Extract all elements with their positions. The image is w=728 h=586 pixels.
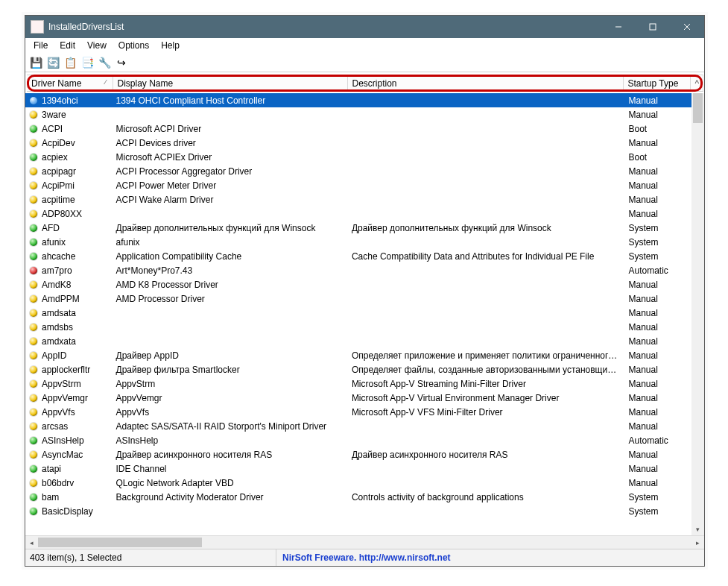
table-row[interactable]: ACPIMicrosoft ACPI DriverBoot: [25, 122, 704, 136]
scroll-right-icon[interactable]: ▸: [691, 536, 704, 549]
refresh-icon[interactable]: 🔄: [45, 54, 61, 71]
table-row[interactable]: amdsataManual: [25, 306, 704, 320]
scroll-down-icon[interactable]: ▾: [691, 523, 704, 535]
copy-icon[interactable]: 📋: [62, 54, 78, 71]
cell-description: [347, 277, 624, 292]
table-row[interactable]: AppvVfsAppvVfsMicrosoft App-V VFS Mini-F…: [25, 405, 704, 419]
cell-display-name: Драйвер дополнительных функций для Winso…: [112, 221, 347, 235]
col-startup-type[interactable]: Startup Type: [623, 75, 690, 92]
cell-driver-name: applockerfltr: [25, 362, 112, 377]
table-row[interactable]: acpipagrACPI Processor Aggregator Driver…: [25, 164, 704, 178]
table-row[interactable]: am7proArt*Money*Pro7.43Automatic: [25, 263, 704, 277]
table-row[interactable]: acpiexMicrosoft ACPIEx DriverBoot: [25, 150, 704, 164]
menu-edit[interactable]: Edit: [54, 40, 80, 51]
maximize-button[interactable]: [636, 16, 670, 38]
table-row[interactable]: AsyncMacДрайвер асинхронного носителя RA…: [25, 447, 704, 461]
col-description[interactable]: Description: [347, 75, 623, 92]
cell-driver-name: AcpiDev: [25, 136, 112, 150]
menu-file[interactable]: File: [28, 40, 53, 51]
sort-indicator-icon: ⁄: [105, 78, 107, 86]
menu-view[interactable]: View: [82, 40, 112, 51]
menu-help[interactable]: Help: [156, 40, 185, 51]
horizontal-scrollbar[interactable]: ◂ ▸: [25, 535, 704, 549]
horizontal-scroll-thumb[interactable]: [38, 538, 202, 547]
table-row[interactable]: BasicDisplaySystem: [25, 504, 704, 518]
table-row[interactable]: AmdPPMAMD Processor DriverManual: [25, 292, 704, 306]
header-scroll-up-icon[interactable]: ^: [690, 75, 703, 92]
cell-startup-type: Manual: [624, 461, 691, 476]
properties-icon[interactable]: 📑: [79, 54, 95, 71]
table-row[interactable]: AFDДрайвер дополнительных функций для Wi…: [25, 221, 704, 235]
col-driver-name[interactable]: Driver Name ⁄: [27, 75, 113, 92]
cell-description: [347, 150, 624, 164]
cell-driver-name: 3ware: [25, 107, 112, 122]
table-row[interactable]: AppIDДрайвер AppIDОпределяет приложение …: [25, 348, 704, 362]
cell-description: Microsoft App-V Streaming Mini-Filter Dr…: [347, 377, 624, 391]
driver-name-text: ADP80XX: [42, 209, 82, 219]
cell-startup-type: System: [624, 221, 691, 235]
options-icon[interactable]: 🔧: [96, 54, 113, 71]
cell-display-name: Драйвер асинхронного носителя RAS: [112, 447, 347, 461]
table-row[interactable]: amdxataManual: [25, 334, 704, 348]
table-row[interactable]: amdsbsManual: [25, 320, 704, 334]
table-row[interactable]: AcpiPmiACPI Power Meter DriverManual: [25, 178, 704, 192]
table-row[interactable]: afunixafunixSystem: [25, 235, 704, 249]
cell-startup-type: Manual: [624, 277, 691, 292]
table-row[interactable]: AmdK8AMD K8 Processor DriverManual: [25, 277, 704, 292]
scroll-left-icon[interactable]: ◂: [25, 536, 38, 549]
table-row[interactable]: b06bdrvQLogic Network Adapter VBDManual: [25, 476, 704, 490]
col-display-name[interactable]: Display Name: [113, 75, 347, 92]
status-orb-icon: [30, 111, 37, 119]
table-row[interactable]: applockerfltrДрайвер фильтра Smartlocker…: [25, 362, 704, 377]
cell-description: [347, 93, 624, 107]
table-row[interactable]: ahcacheApplication Compatibility CacheCa…: [25, 249, 704, 263]
title-bar[interactable]: InstalledDriversList: [25, 16, 704, 38]
menu-options[interactable]: Options: [113, 40, 154, 51]
status-orb-icon: [30, 154, 37, 161]
driver-name-text: AFD: [42, 223, 60, 233]
cell-display-name: ACPI Devices driver: [112, 136, 347, 150]
table-row[interactable]: ASInsHelpASInsHelpAutomatic: [25, 433, 704, 447]
table-row[interactable]: 1394ohci1394 OHCI Compliant Host Control…: [25, 93, 704, 107]
toolbar: 💾 🔄 📋 📑 🔧 ↪: [25, 53, 704, 72]
cell-driver-name: acpipagr: [25, 164, 112, 178]
save-icon[interactable]: 💾: [28, 54, 44, 71]
table-row[interactable]: AcpiDevACPI Devices driverManual: [25, 136, 704, 150]
table-row[interactable]: AppvVemgrAppvVemgrMicrosoft App-V Virtua…: [25, 391, 704, 405]
table-row[interactable]: bamBackground Activity Moderator DriverC…: [25, 490, 704, 504]
close-button[interactable]: [670, 16, 704, 38]
cell-display-name: ASInsHelp: [112, 433, 347, 447]
table-row[interactable]: ADP80XXManual: [25, 207, 704, 221]
status-orb-icon: [30, 253, 37, 260]
cell-startup-type: Manual: [624, 136, 691, 150]
driver-name-text: amdsata: [42, 308, 76, 318]
cell-display-name: AMD Processor Driver: [112, 292, 347, 306]
vertical-scroll-track[interactable]: [691, 93, 704, 523]
status-orb-icon: [30, 182, 37, 189]
cell-display-name: QLogic Network Adapter VBD: [112, 476, 347, 490]
table-row[interactable]: arcsasAdaptec SAS/SATA-II RAID Storport'…: [25, 419, 704, 433]
cell-driver-name: arcsas: [25, 419, 112, 433]
driver-name-text: ACPI: [42, 124, 63, 134]
driver-name-text: AcpiDev: [42, 138, 75, 148]
status-orb-icon: [30, 479, 37, 487]
table-row[interactable]: AppvStrmAppvStrmMicrosoft App-V Streamin…: [25, 377, 704, 391]
cell-driver-name: atapi: [25, 461, 112, 476]
cell-description: [347, 107, 624, 122]
vertical-scrollbar[interactable]: ▾: [691, 93, 704, 535]
cell-display-name: [112, 207, 347, 221]
table-row[interactable]: atapiIDE ChannelManual: [25, 461, 704, 476]
cell-driver-name: acpitime: [25, 192, 112, 207]
driver-name-text: AppvStrm: [42, 379, 81, 389]
cell-driver-name: 1394ohci: [25, 93, 112, 107]
table-row[interactable]: 3wareManual: [25, 107, 704, 122]
horizontal-scroll-track[interactable]: [38, 536, 691, 549]
cell-startup-type: Manual: [624, 348, 691, 362]
status-freeware-link[interactable]: NirSoft Freeware. http://www.nirsoft.net: [276, 549, 704, 566]
vertical-scroll-thumb[interactable]: [693, 93, 703, 123]
exit-icon[interactable]: ↪: [113, 54, 130, 71]
table-row[interactable]: acpitimeACPI Wake Alarm DriverManual: [25, 192, 704, 207]
minimize-button[interactable]: [601, 16, 636, 38]
driver-name-text: arcsas: [42, 421, 68, 432]
cell-startup-type: Manual: [624, 207, 691, 221]
